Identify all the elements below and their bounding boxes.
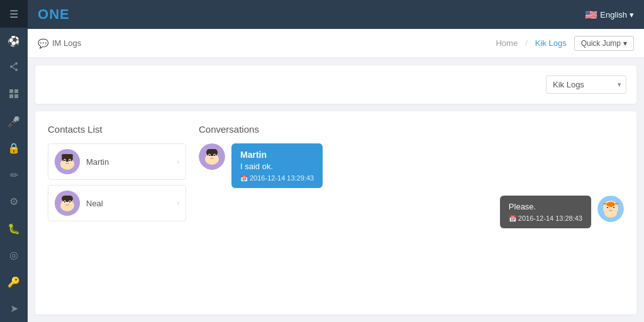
message-martin: Martin I said ok. 📅 2016-12-14 13:29:43	[199, 143, 624, 188]
flag-icon: 🇺🇸	[585, 9, 597, 21]
svg-point-18	[69, 160, 70, 161]
svg-rect-49	[615, 203, 618, 204]
svg-point-0	[15, 62, 18, 65]
sidebar-item-edit[interactable]: ✏	[0, 162, 28, 189]
svg-point-26	[64, 201, 65, 203]
svg-point-1	[10, 65, 13, 68]
bubble-text-other: Please.	[509, 202, 582, 211]
svg-rect-47	[609, 210, 613, 211]
svg-rect-8	[14, 94, 18, 98]
svg-rect-48	[603, 203, 606, 204]
bubble-martin: Martin I said ok. 📅 2016-12-14 13:29:43	[231, 143, 323, 188]
sidebar-item-key[interactable]: 🔑	[0, 269, 28, 296]
calendar-icon-martin: 📅	[240, 175, 248, 182]
message-avatar-other	[597, 196, 624, 222]
sidebar-item-share[interactable]	[0, 55, 28, 82]
contacts-title: Contacts List	[48, 124, 186, 135]
svg-point-2	[15, 69, 18, 71]
language-button[interactable]: 🇺🇸 English ▾	[585, 9, 634, 21]
language-label: English	[600, 10, 627, 19]
filter-select-wrapper: Kik Logs Facebook Logs WhatsApp Logs ▾	[546, 75, 626, 94]
breadcrumb-bar: 💬 IM Logs Home / Kik Logs Quick Jump ▾	[28, 29, 644, 58]
sidebar-item-soccer[interactable]: ⚽	[0, 28, 28, 55]
conversations-panel: Conversations	[199, 124, 624, 302]
conversations-title: Conversations	[199, 124, 624, 135]
quick-jump-button[interactable]: Quick Jump ▾	[574, 36, 634, 51]
content-area: Kik Logs Facebook Logs WhatsApp Logs ▾ C…	[28, 58, 644, 322]
svg-point-45	[607, 207, 609, 209]
filter-card: Kik Logs Facebook Logs WhatsApp Logs ▾	[35, 65, 636, 104]
settings-icon: ⚙	[9, 196, 18, 208]
bubble-other: Please. 📅 2016-12-14 13:28:43	[500, 196, 591, 228]
topbar: ONE 🇺🇸 English ▾	[28, 0, 644, 29]
logo-ne: NE	[49, 6, 70, 22]
svg-point-36	[214, 155, 215, 156]
message-avatar-martin	[199, 143, 225, 170]
svg-point-17	[64, 160, 65, 161]
contact-item-neal[interactable]: Neal ›	[48, 185, 186, 221]
send-icon: ➤	[10, 303, 18, 314]
bubble-text-martin: I said ok.	[240, 162, 314, 171]
svg-rect-28	[65, 204, 69, 206]
soccer-icon: ⚽	[8, 35, 20, 47]
breadcrumb-current: Kik Logs	[535, 38, 567, 48]
edit-icon: ✏	[10, 169, 18, 181]
page-title: IM Logs	[52, 38, 81, 48]
sidebar-item-bug[interactable]: 🐛	[0, 215, 28, 242]
bubble-time-other: 📅 2016-12-14 13:28:43	[509, 214, 582, 222]
key-icon: 🔑	[8, 276, 20, 288]
location-icon: ◎	[9, 249, 18, 261]
breadcrumb-separator: /	[525, 38, 528, 48]
hamburger-icon: ☰	[9, 8, 18, 20]
grid-icon	[9, 89, 18, 101]
quick-jump-arrow-icon: ▾	[623, 39, 627, 48]
svg-line-4	[13, 67, 15, 69]
svg-rect-14	[62, 154, 73, 157]
sidebar-item-settings[interactable]: ⚙	[0, 188, 28, 215]
contact-item-martin[interactable]: Martin ›	[48, 143, 186, 180]
svg-rect-37	[210, 158, 214, 159]
svg-point-35	[209, 155, 210, 156]
contacts-panel: Contacts List	[48, 124, 186, 302]
contact-name-martin: Martin	[86, 157, 170, 167]
breadcrumb: 💬 IM Logs	[38, 38, 81, 48]
bubble-time-value-other: 2016-12-14 13:28:43	[518, 214, 582, 222]
svg-rect-32	[206, 149, 218, 156]
svg-rect-6	[14, 89, 18, 93]
im-logs-icon: 💬	[38, 38, 48, 48]
sidebar-item-lock[interactable]: 🔒	[0, 135, 28, 162]
app-logo: ONE	[38, 6, 70, 23]
breadcrumb-home-link[interactable]: Home	[496, 38, 518, 48]
mic-icon: 🎤	[8, 116, 20, 128]
svg-rect-23	[62, 196, 73, 202]
svg-rect-5	[9, 89, 13, 93]
logs-card: Contacts List	[35, 111, 636, 314]
main-area: ONE 🇺🇸 English ▾ 💬 IM Logs Home / Kik Lo…	[28, 0, 644, 322]
breadcrumb-right: Home / Kik Logs Quick Jump ▾	[496, 36, 634, 51]
sidebar-item-grid[interactable]	[0, 81, 28, 108]
bubble-sender-martin: Martin	[240, 150, 314, 160]
contact-name-neal: Neal	[86, 199, 170, 208]
contact-avatar-martin	[55, 149, 80, 174]
contact-avatar-neal	[55, 191, 80, 216]
svg-line-3	[13, 64, 15, 66]
sidebar-item-send[interactable]: ➤	[0, 295, 28, 322]
message-other: Please. 📅 2016-12-14 13:28:43	[199, 196, 624, 228]
log-type-select[interactable]: Kik Logs Facebook Logs WhatsApp Logs	[546, 75, 626, 94]
lock-icon: 🔒	[8, 142, 20, 154]
bubble-time-value-martin: 2016-12-14 13:29:43	[250, 174, 314, 182]
sidebar-item-location[interactable]: ◎	[0, 242, 28, 269]
svg-rect-19	[65, 163, 69, 164]
svg-point-27	[69, 201, 70, 203]
logo-o: O	[38, 6, 49, 22]
quick-jump-label: Quick Jump	[581, 39, 621, 48]
lang-dropdown-icon: ▾	[630, 10, 634, 19]
svg-point-46	[613, 207, 615, 209]
bubble-time-martin: 📅 2016-12-14 13:29:43	[240, 174, 314, 182]
contact-arrow-neal: ›	[177, 199, 179, 208]
sidebar-item-mic[interactable]: 🎤	[0, 108, 28, 135]
share-icon	[9, 62, 19, 74]
sidebar: ☰ ⚽ 🎤 🔒 ✏ ⚙ 🐛 ◎	[0, 0, 28, 322]
bug-icon: 🐛	[8, 223, 20, 235]
hamburger-button[interactable]: ☰	[0, 0, 28, 28]
